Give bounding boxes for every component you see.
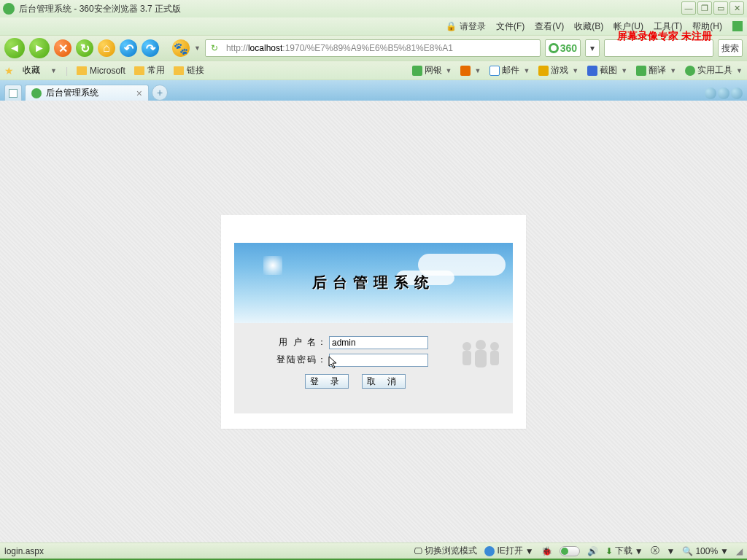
back-button[interactable]: ◄	[4, 38, 25, 58]
menu-favorites[interactable]: 收藏(B)	[574, 20, 603, 33]
group-icon	[460, 66, 471, 76]
banner-title: 后台管理系统	[312, 273, 435, 292]
shield-icon	[412, 66, 422, 76]
login-prompt[interactable]: 🔒 请登录	[446, 20, 486, 33]
status-text: login.aspx	[4, 546, 44, 556]
folder-links[interactable]: 链接	[174, 64, 204, 77]
svg-point-0	[462, 342, 471, 351]
folder-icon	[77, 66, 87, 75]
paw-dropdown-icon[interactable]: ▼	[194, 44, 201, 52]
tool-translate[interactable]: 翻译▼	[636, 64, 676, 77]
search-box[interactable]	[604, 39, 713, 57]
people-illustration	[456, 338, 506, 374]
engine-dropdown[interactable]: ▾	[585, 39, 600, 57]
tab-bar: 后台管理系统 × +	[0, 80, 747, 101]
chevron-down-icon: ▼	[525, 546, 534, 556]
mail-icon	[489, 66, 500, 76]
tool-game[interactable]: 游戏▼	[538, 64, 578, 77]
paw-button[interactable]: 🐾	[172, 39, 190, 57]
folder-microsoft[interactable]: Microsoft	[77, 66, 125, 76]
browser-statusbar: login.aspx 🖵切换浏览模式 IE打开▼ 🐞 🔊 ⬇下载▼ ⓧ▼ 🔍10…	[0, 542, 747, 559]
login-button[interactable]: 登 录	[305, 374, 349, 389]
menu-account[interactable]: 帐户(U)	[614, 20, 643, 33]
svg-point-2	[476, 340, 486, 350]
forward-button[interactable]: ►	[29, 38, 50, 58]
zoom-control[interactable]: 🔍100%▼	[682, 546, 729, 556]
stop-button[interactable]: ✕	[54, 39, 71, 57]
login-card: 后台管理系统 用 户 名： 登陆密码： 登 录 取 消	[221, 215, 526, 429]
tool-mail[interactable]: 邮件▼	[489, 64, 530, 77]
new-tab-button[interactable]: +	[152, 85, 168, 101]
favorites-star-icon[interactable]: ★	[4, 65, 14, 77]
folder-icon	[174, 66, 184, 75]
bookmark-bar: ★ 收藏 ▼ | Microsoft 常用 链接 网银▼ ▼ 邮件▼ 游戏▼ 截…	[0, 61, 747, 80]
download[interactable]: ⬇下载▼	[605, 545, 643, 557]
tab-active[interactable]: 后台管理系统 ×	[25, 85, 149, 101]
plus-icon	[685, 66, 695, 76]
bug-icon[interactable]: 🐞	[541, 546, 552, 556]
zoom-value: 100%	[695, 546, 718, 556]
tool-bank[interactable]: 网银▼	[412, 64, 452, 77]
folder-icon	[134, 66, 144, 75]
brand-360[interactable]: 360	[545, 39, 581, 57]
page-content: 后台管理系统 用 户 名： 登陆密码： 登 录 取 消	[0, 101, 747, 542]
svg-rect-5	[490, 351, 499, 365]
menu-file[interactable]: 文件(F)	[496, 20, 525, 33]
tool-utilities[interactable]: 实用工具▼	[685, 64, 743, 77]
mode-toggle[interactable]	[560, 546, 580, 556]
tool-group[interactable]: ▼	[460, 66, 481, 76]
brand-360-icon	[549, 43, 559, 53]
close-button[interactable]: ✕	[729, 1, 744, 15]
resize-grip-icon[interactable]: ◢	[736, 546, 743, 556]
tab-nav-right	[705, 88, 743, 101]
login-prompt-text: 请登录	[460, 20, 486, 33]
switch-mode[interactable]: 🖵切换浏览模式	[414, 545, 477, 557]
screenshot-icon	[587, 66, 597, 76]
tool-screenshot[interactable]: 截图▼	[587, 64, 627, 77]
menu-bar: 🔒 请登录 文件(F) 查看(V) 收藏(B) 帐户(U) 工具(T) 帮助(H…	[0, 18, 747, 35]
username-label: 用 户 名：	[272, 336, 328, 349]
tab-next-icon[interactable]	[718, 88, 729, 99]
app-icon	[3, 3, 15, 15]
refresh-button[interactable]: ↻	[76, 39, 93, 57]
tab-list-icon[interactable]	[731, 88, 743, 99]
menu-view[interactable]: 查看(V)	[535, 20, 564, 33]
block-icon[interactable]: ⓧ	[651, 545, 659, 557]
favorites-label[interactable]: 收藏	[23, 64, 40, 77]
game-icon	[538, 66, 549, 76]
home-button[interactable]: ⌂	[98, 39, 115, 57]
tab-prev-icon[interactable]	[705, 88, 716, 99]
redo-button[interactable]: ↷	[142, 39, 159, 57]
sound-icon[interactable]: 🔊	[587, 546, 598, 556]
address-bar[interactable]: ↻ http://localhost:1970/%E7%89%A9%E6%B5%…	[205, 39, 541, 57]
page-icon	[9, 89, 18, 98]
ie-icon	[484, 546, 495, 556]
restore-button[interactable]: ❐	[697, 1, 712, 15]
maximize-button[interactable]: ▭	[713, 1, 728, 15]
nav-toolbar: ◄ ► ✕ ↻ ⌂ ↶ ↷ 🐾 ▼ ↻ http://localhost:197…	[0, 35, 747, 61]
menu-help[interactable]: 帮助(H)	[692, 20, 722, 33]
login-banner: 后台管理系统	[234, 243, 513, 323]
svg-point-4	[490, 342, 499, 351]
home-tab[interactable]	[4, 85, 22, 101]
lock-icon: 🔒	[446, 21, 457, 31]
cancel-button[interactable]: 取 消	[362, 374, 406, 389]
ie-open[interactable]: IE打开▼	[484, 545, 533, 557]
skin-icon[interactable]	[732, 21, 743, 31]
menu-tools[interactable]: 工具(T)	[654, 20, 682, 33]
login-form: 用 户 名： 登陆密码： 登 录 取 消	[234, 323, 513, 413]
zoom-icon: 🔍	[682, 546, 693, 556]
window-controls: — ❐ ▭ ✕	[681, 1, 744, 15]
translate-icon	[636, 66, 646, 76]
undo-button[interactable]: ↶	[120, 39, 137, 57]
folder-common[interactable]: 常用	[134, 64, 165, 77]
tab-close-icon[interactable]: ×	[136, 88, 142, 99]
password-input[interactable]	[329, 354, 428, 367]
reload-icon[interactable]: ↻	[207, 41, 222, 55]
search-button[interactable]: 搜索	[718, 39, 743, 57]
favorites-dropdown-icon[interactable]: ▼	[50, 67, 57, 74]
minimize-button[interactable]: —	[681, 1, 696, 15]
url-host: localhost	[248, 43, 282, 53]
url-text[interactable]: http://localhost:1970/%E7%89%A9%E6%B5%81…	[223, 43, 540, 53]
username-input[interactable]	[329, 336, 428, 349]
